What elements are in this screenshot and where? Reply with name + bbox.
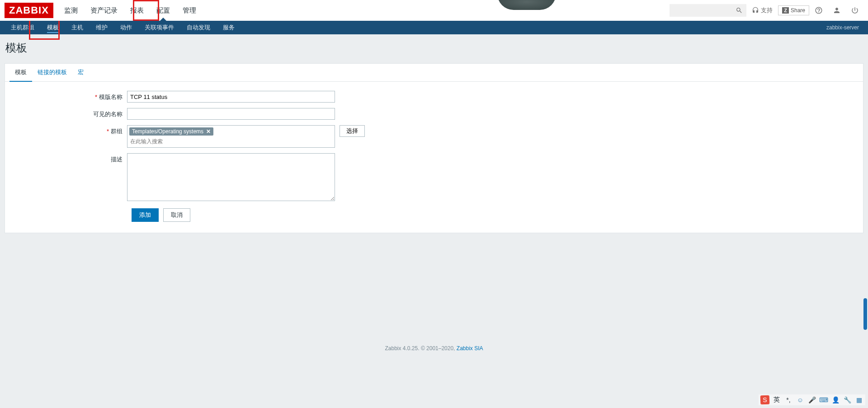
description-label: 描述 [14, 153, 127, 164]
footer: Zabbix 4.0.25. © 2001–2020, Zabbix SIA [0, 237, 868, 361]
sub-menu-maintenance[interactable]: 维护 [90, 21, 114, 34]
footer-text: Zabbix 4.0.25. © 2001–2020, [385, 345, 457, 352]
help-button[interactable] [810, 4, 827, 17]
template-name-input[interactable] [127, 91, 335, 103]
top-menu: 监测 资产记录 报表 配置 管理 [58, 0, 203, 21]
top-menu-administration[interactable]: 管理 [176, 0, 203, 21]
user-icon [833, 6, 841, 14]
tab-linked-templates[interactable]: 链接的模板 [32, 64, 72, 81]
share-label: Share [791, 7, 805, 14]
content-panel: 模板 链接的模板 宏 *模版名称 可见的名称 *群组 Templates/Ope… [5, 63, 863, 233]
groups-search-input[interactable] [129, 137, 333, 145]
top-right: 支持 Z Share [670, 4, 863, 17]
tab-macros[interactable]: 宏 [72, 64, 89, 81]
footer-link[interactable]: Zabbix SIA [457, 345, 483, 352]
add-button[interactable]: 添加 [132, 208, 159, 222]
cancel-button[interactable]: 取消 [163, 208, 190, 222]
groups-label: *群组 [14, 125, 127, 136]
visible-name-input[interactable] [127, 108, 335, 120]
sub-nav: 主机群组 模板 主机 维护 动作 关联项事件 自动发现 服务 zabbix-se… [0, 21, 868, 34]
question-icon [815, 6, 823, 14]
sub-menu-services[interactable]: 服务 [217, 21, 241, 34]
groups-tag-remove-icon[interactable]: ✕ [206, 128, 211, 135]
top-menu-monitoring[interactable]: 监测 [58, 0, 84, 21]
annotation-highlight-templates [29, 21, 60, 40]
template-name-label: *模版名称 [14, 91, 127, 101]
search-input[interactable] [670, 4, 746, 17]
visible-name-label: 可见的名称 [14, 108, 127, 118]
scrollbar-thumb[interactable] [863, 298, 867, 330]
template-form: *模版名称 可见的名称 *群组 Templates/Operating syst… [5, 82, 863, 233]
groups-select-button[interactable]: 选择 [340, 125, 365, 137]
share-button[interactable]: Z Share [778, 5, 809, 15]
server-name: zabbix-server [826, 24, 863, 31]
support-button[interactable]: 支持 [747, 4, 777, 17]
tab-template[interactable]: 模板 [9, 64, 32, 82]
groups-tag-label: Templates/Operating systems [132, 128, 203, 135]
page-title: 模板 [0, 34, 868, 60]
power-icon [851, 6, 859, 14]
search-icon [736, 7, 743, 14]
sub-menu-correlation[interactable]: 关联项事件 [138, 21, 180, 34]
sub-menu-actions[interactable]: 动作 [114, 21, 138, 34]
top-nav: ZABBIX 监测 资产记录 报表 配置 管理 支持 Z Share [0, 0, 868, 21]
annotation-highlight-config [133, 0, 159, 21]
overlay-bubble [497, 0, 556, 10]
groups-multiselect[interactable]: Templates/Operating systems ✕ [127, 125, 335, 148]
tabs: 模板 链接的模板 宏 [5, 64, 863, 82]
logo[interactable]: ZABBIX [5, 3, 53, 18]
groups-tag[interactable]: Templates/Operating systems ✕ [129, 127, 213, 136]
logout-button[interactable] [846, 4, 863, 17]
user-button[interactable] [828, 4, 845, 17]
support-label: 支持 [761, 6, 773, 14]
description-textarea[interactable] [127, 153, 335, 201]
sub-menu-discovery[interactable]: 自动发现 [180, 21, 217, 34]
headset-icon [752, 7, 759, 14]
sub-menu-hosts[interactable]: 主机 [65, 21, 90, 34]
share-z-icon: Z [782, 7, 789, 14]
top-menu-inventory[interactable]: 资产记录 [84, 0, 124, 21]
